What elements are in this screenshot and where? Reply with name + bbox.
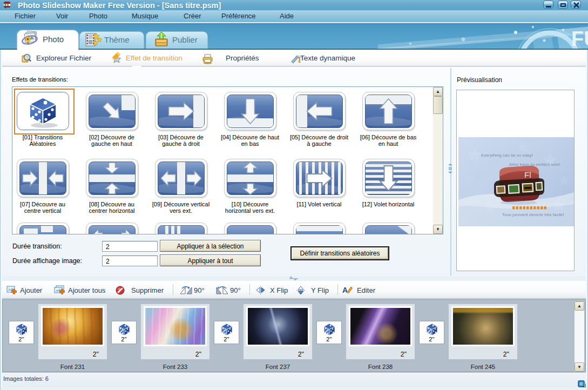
svg-text:Fl: Fl [524, 170, 531, 179]
svg-text:Alles kann so einfach sein!: Alles kann so einfach sein! [509, 162, 560, 167]
svg-text:Everything can be so easy!: Everything can be so easy! [481, 153, 533, 158]
svg-text:Tous peuvent devenir très faci: Tous peuvent devenir très facile! [502, 212, 564, 217]
svg-text:FU: FU [571, 28, 588, 50]
